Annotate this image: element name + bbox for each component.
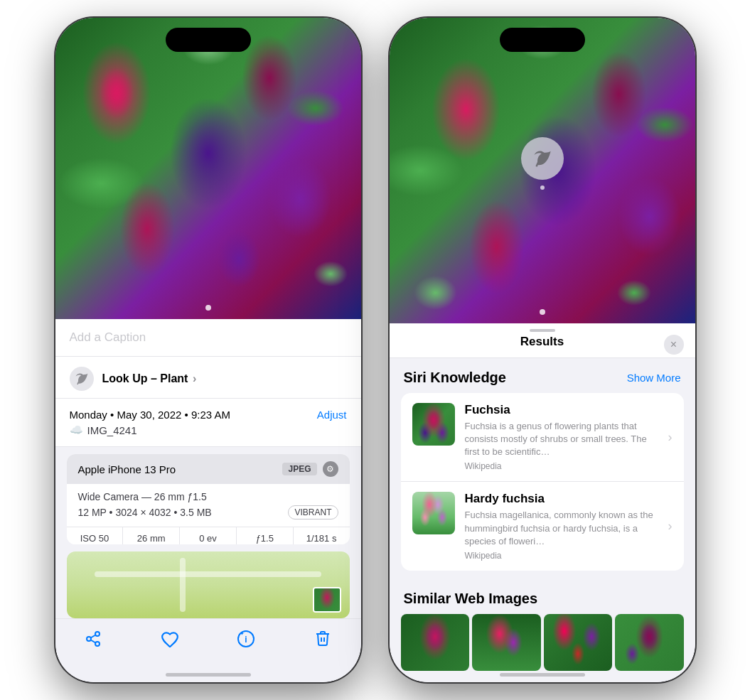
settings-icon[interactable]: ⚙ xyxy=(323,461,338,477)
left-phone: Add a Caption Look Up – Plant › Monda xyxy=(55,18,361,682)
dynamic-island-right xyxy=(500,28,585,52)
results-content[interactable]: Siri Knowledge Show More Fuchsia Fuchsia… xyxy=(390,358,695,682)
web-images-title: Similar Web Images xyxy=(404,591,538,607)
map-road-v xyxy=(180,558,186,611)
svg-text:✦: ✦ xyxy=(240,630,245,637)
siri-knowledge-header: Siri Knowledge Show More xyxy=(390,358,695,393)
lookup-label[interactable]: Look Up – Plant › xyxy=(102,372,197,385)
right-screen: Results × Siri Knowledge Show More xyxy=(390,18,695,682)
web-img-bg-2 xyxy=(472,614,541,671)
home-indicator-right xyxy=(500,673,585,677)
fuchsia-name: Fuchsia xyxy=(465,403,658,417)
map-preview[interactable] xyxy=(67,551,350,618)
delete-button[interactable] xyxy=(313,629,333,649)
info-sparkle-icon: i ✦ xyxy=(236,629,256,649)
siri-knowledge-title: Siri Knowledge xyxy=(404,370,506,386)
hardy-description: Fuchsia magellanica, commonly known as t… xyxy=(465,509,658,548)
web-image-1[interactable] xyxy=(401,614,470,671)
exif-focal: 26 mm xyxy=(123,527,180,544)
lookup-chevron: › xyxy=(193,372,196,384)
web-images-grid xyxy=(390,614,695,671)
map-thumb-img xyxy=(314,588,340,611)
meta-adjust[interactable]: Adjust xyxy=(317,409,347,421)
cloud-icon: ☁️ xyxy=(70,424,83,436)
hardy-thumb-img xyxy=(412,492,455,534)
lens-spec: Wide Camera — 26 mm ƒ1.5 xyxy=(78,491,338,502)
exif-shutter: 1/181 s xyxy=(294,527,350,544)
siri-dot xyxy=(540,185,545,190)
web-images-header: Similar Web Images xyxy=(390,579,695,614)
fuchsia-thumbnail xyxy=(412,403,455,446)
left-screen: Add a Caption Look Up – Plant › Monda xyxy=(55,18,361,682)
info-button[interactable]: i ✦ xyxy=(236,629,256,649)
exif-iso: ISO 50 xyxy=(67,527,124,544)
map-road-h xyxy=(95,571,321,577)
fuchsia-thumb-img xyxy=(412,403,455,446)
photo-area-right xyxy=(390,18,695,323)
device-badges: JPEG ⚙ xyxy=(282,461,338,477)
home-indicator xyxy=(166,673,251,677)
photo-area[interactable] xyxy=(55,18,361,319)
dynamic-island xyxy=(166,28,251,52)
web-image-3[interactable] xyxy=(544,614,613,671)
caption-placeholder[interactable]: Add a Caption xyxy=(70,330,146,344)
web-img-bg-3 xyxy=(544,614,613,671)
exif-row: ISO 50 26 mm 0 ev ƒ1.5 1/181 s xyxy=(67,527,350,544)
meta-section: Monday • May 30, 2022 • 9:23 AM Adjust ☁… xyxy=(55,399,361,447)
fuchsia-chevron: › xyxy=(668,430,673,445)
knowledge-card: Fuchsia Fuchsia is a genus of flowering … xyxy=(401,393,684,571)
right-phone: Results × Siri Knowledge Show More xyxy=(390,18,695,682)
mp-spec: 12 MP • 3024 × 4032 • 3.5 MB VIBRANT xyxy=(78,505,338,519)
heart-icon xyxy=(160,629,180,649)
hardy-text: Hardy fuchsia Fuchsia magellanica, commo… xyxy=(465,492,658,561)
meta-date: Monday • May 30, 2022 • 9:23 AM xyxy=(70,409,230,421)
exif-aperture: ƒ1.5 xyxy=(237,527,294,544)
device-name: Apple iPhone 13 Pro xyxy=(78,463,176,475)
fuchsia-source: Wikipedia xyxy=(465,461,658,471)
results-header: Results × xyxy=(390,323,695,358)
knowledge-item-hardy[interactable]: Hardy fuchsia Fuchsia magellanica, commo… xyxy=(401,482,684,571)
photo-dot-indicator xyxy=(205,305,211,311)
device-header: Apple iPhone 13 Pro JPEG ⚙ xyxy=(67,454,350,484)
siri-visual-intelligence-button[interactable] xyxy=(521,137,564,180)
show-more-button[interactable]: Show More xyxy=(627,372,681,384)
device-section: Apple iPhone 13 Pro JPEG ⚙ Wide Camera —… xyxy=(67,454,350,544)
fuchsia-description: Fuchsia is a genus of flowering plants t… xyxy=(465,420,658,459)
results-panel: Results × Siri Knowledge Show More xyxy=(390,323,695,682)
leaf-icon xyxy=(75,372,89,386)
lookup-row: Look Up – Plant › xyxy=(70,367,347,391)
hardy-chevron: › xyxy=(668,519,673,534)
caption-area[interactable]: Add a Caption xyxy=(55,319,361,357)
hardy-source: Wikipedia xyxy=(465,551,658,561)
web-images-section: Similar Web Images xyxy=(390,579,695,682)
trash-icon xyxy=(313,629,333,649)
jpeg-badge: JPEG xyxy=(282,463,316,475)
web-image-2[interactable] xyxy=(472,614,541,671)
web-img-bg-1 xyxy=(401,614,470,671)
web-image-4[interactable] xyxy=(615,614,684,671)
hardy-thumbnail xyxy=(412,492,455,534)
share-button[interactable] xyxy=(83,629,103,649)
meta-filename: ☁️ IMG_4241 xyxy=(70,424,347,436)
flower-background xyxy=(55,18,361,319)
svg-text:i: i xyxy=(245,635,247,645)
camera-specs: Wide Camera — 26 mm ƒ1.5 12 MP • 3024 × … xyxy=(67,484,350,527)
like-button[interactable] xyxy=(160,629,180,649)
share-icon xyxy=(83,629,103,649)
photo-dot-right xyxy=(540,309,545,315)
fuchsia-text: Fuchsia Fuchsia is a genus of flowering … xyxy=(465,403,658,472)
close-icon: × xyxy=(670,338,677,351)
map-thumbnail xyxy=(313,587,341,613)
siri-leaf-icon xyxy=(532,149,552,168)
meta-row: Monday • May 30, 2022 • 9:23 AM Adjust xyxy=(70,409,347,421)
close-button[interactable]: × xyxy=(664,335,684,355)
knowledge-item-fuchsia[interactable]: Fuchsia Fuchsia is a genus of flowering … xyxy=(401,393,684,483)
lookup-icon-wrap xyxy=(70,367,94,391)
exif-ev: 0 ev xyxy=(180,527,237,544)
results-title: Results xyxy=(520,335,564,349)
lookup-section[interactable]: Look Up – Plant › xyxy=(55,357,361,399)
drag-handle[interactable] xyxy=(530,329,555,332)
hardy-name: Hardy fuchsia xyxy=(465,492,658,506)
vibrant-badge: VIBRANT xyxy=(288,505,338,519)
web-img-bg-4 xyxy=(615,614,684,671)
